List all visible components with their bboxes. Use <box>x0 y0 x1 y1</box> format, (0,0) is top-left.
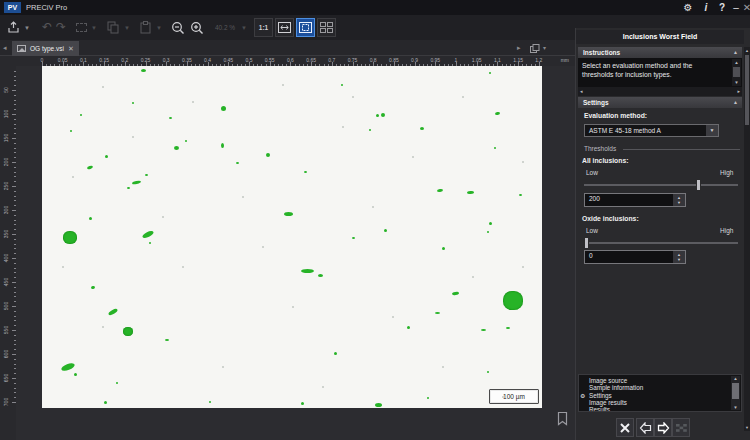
dust-speck <box>62 266 64 268</box>
ruler-minor-tick <box>14 205 16 206</box>
ruler-minor-tick <box>14 292 16 293</box>
annotations-bookmark-icon[interactable] <box>556 411 569 426</box>
ruler-minor-tick <box>14 383 16 384</box>
ruler-minor-tick <box>14 157 16 158</box>
actual-size-button[interactable]: 1:1 <box>254 18 273 37</box>
app-logo: PV <box>4 2 21 13</box>
wizard-step-item[interactable]: Image source <box>589 377 627 384</box>
inclusion-particle <box>209 401 211 403</box>
ruler-minor-tick <box>14 152 16 153</box>
inclusion-particle <box>221 143 224 148</box>
zoom-in-icon[interactable] <box>189 19 205 36</box>
tab-scroll-right-icon[interactable]: ▸ <box>517 44 521 52</box>
paste-dropdown-icon[interactable]: ▼ <box>155 19 163 36</box>
zoom-level-dropdown-icon[interactable]: ▼ <box>240 19 248 36</box>
ruler-minor-tick <box>14 128 16 129</box>
inclusion-particle <box>108 308 119 316</box>
wizard-step-item[interactable]: Sample information <box>589 384 643 391</box>
close-icon[interactable]: ✕ <box>740 0 750 15</box>
settings-gear-icon[interactable]: ⚙ <box>681 0 695 15</box>
zoom-out-icon[interactable] <box>170 19 186 36</box>
copy-dropdown-icon[interactable]: ▼ <box>123 19 131 36</box>
finish-flag-icon[interactable] <box>672 418 690 437</box>
inclusion-particle <box>334 352 337 355</box>
inclusion-particle <box>381 113 385 117</box>
wizard-list-scrollbar[interactable]: ▲ ▼ <box>731 376 740 410</box>
ruler-minor-tick <box>14 316 16 317</box>
ruler-minor-tick <box>14 124 16 125</box>
document-tab[interactable]: OG type.vsi ✕ <box>12 41 79 56</box>
tile-view-button[interactable] <box>317 18 336 37</box>
all-inclusions-slider-thumb[interactable] <box>696 179 701 191</box>
ruler-minor-tick <box>14 311 16 312</box>
inclusion-particle <box>145 174 148 176</box>
ruler-tick <box>12 330 16 331</box>
collapse-icon[interactable]: ▲ <box>733 97 738 108</box>
instructions-vertical-scrollbar[interactable]: ▲ ▼ <box>732 59 741 86</box>
oxide-inclusions-value-input[interactable]: 0 ▲▼ <box>584 250 686 264</box>
instructions-horizontal-scrollbar[interactable]: ◂ ▸ <box>578 87 742 96</box>
spinner-buttons[interactable]: ▲▼ <box>673 194 685 206</box>
ruler-minor-tick <box>14 272 16 273</box>
tab-close-icon[interactable]: ✕ <box>68 45 74 53</box>
wizard-step-item[interactable]: Image results <box>589 399 627 406</box>
select-region-icon[interactable] <box>74 19 88 36</box>
inclusion-particle <box>506 327 510 329</box>
dust-speck <box>522 161 524 163</box>
evaluation-method-select[interactable]: ASTM E 45-18 method A ▼ <box>584 124 719 137</box>
help-icon[interactable]: ? <box>715 0 729 15</box>
instructions-section-header[interactable]: Instructions▲ <box>578 47 742 58</box>
fit-to-window-button[interactable] <box>275 18 294 37</box>
micrograph-image[interactable]: 100 µm <box>42 66 542 408</box>
oxide-inclusions-slider[interactable] <box>584 242 738 244</box>
inclusion-particle <box>352 237 355 239</box>
copy-icon[interactable] <box>106 19 120 36</box>
ruler-minor-tick <box>14 196 16 197</box>
inclusion-particle <box>141 69 146 72</box>
cancel-button[interactable] <box>616 418 634 437</box>
dust-speck <box>222 366 224 368</box>
inclusions-panel: Inclusions Worst Field Instructions▲ Sel… <box>575 28 750 440</box>
back-button[interactable] <box>636 418 654 437</box>
paste-icon[interactable] <box>138 19 152 36</box>
spinner-buttons[interactable]: ▲▼ <box>673 251 685 263</box>
all-inclusions-slider[interactable] <box>584 184 738 186</box>
inclusion-particle <box>451 291 458 295</box>
ruler-tick <box>12 378 16 379</box>
dust-speck <box>72 176 74 178</box>
select-dropdown-icon[interactable]: ▼ <box>90 19 98 36</box>
gallery-layers-icon[interactable] <box>530 44 540 53</box>
ruler-tick <box>12 210 16 211</box>
zoom-level-value[interactable]: 40.2 % <box>210 19 240 36</box>
dust-speck <box>522 266 524 268</box>
next-button[interactable] <box>654 418 672 437</box>
export-image-icon[interactable] <box>5 19 21 36</box>
tab-scroll-left-icon[interactable]: ◂ <box>3 44 7 52</box>
panel-scrollbar[interactable]: ▲ ▼ <box>744 47 750 431</box>
dust-speck <box>292 306 294 308</box>
ruler-tick <box>12 186 16 187</box>
undo-icon[interactable]: ↶ <box>41 19 53 36</box>
instructions-text: Select an evaluation method and the thre… <box>582 61 725 79</box>
ruler-minor-tick <box>14 244 16 245</box>
wizard-step-item[interactable]: Settings <box>589 392 612 399</box>
collapse-icon[interactable]: ▲ <box>733 47 738 58</box>
oxide-inclusions-slider-thumb[interactable] <box>584 237 589 249</box>
gallery-dropdown-icon[interactable]: ▾ <box>543 44 546 51</box>
settings-section-header[interactable]: Settings▲ <box>578 97 742 108</box>
horizontal-ruler: mm 00.050.10.150.20.250.30.350.40.450.50… <box>0 56 575 66</box>
export-dropdown-icon[interactable]: ▼ <box>23 19 31 36</box>
ruler-minor-tick <box>14 181 16 182</box>
all-inclusions-value-input[interactable]: 200 ▲▼ <box>584 193 686 207</box>
dust-speck <box>502 396 504 398</box>
info-icon[interactable]: i <box>699 0 713 15</box>
thresholds-group-line <box>623 149 740 150</box>
ruler-tick <box>12 306 16 307</box>
redo-icon[interactable]: ↷ <box>55 19 67 36</box>
fit-selection-button[interactable] <box>296 18 315 37</box>
wizard-step-item[interactable]: Results <box>589 406 610 412</box>
ruler-tick-label: 450 <box>3 277 9 287</box>
ruler-minor-tick <box>14 71 16 72</box>
chevron-down-icon[interactable]: ▼ <box>706 125 718 136</box>
inclusion-particle <box>104 401 107 404</box>
